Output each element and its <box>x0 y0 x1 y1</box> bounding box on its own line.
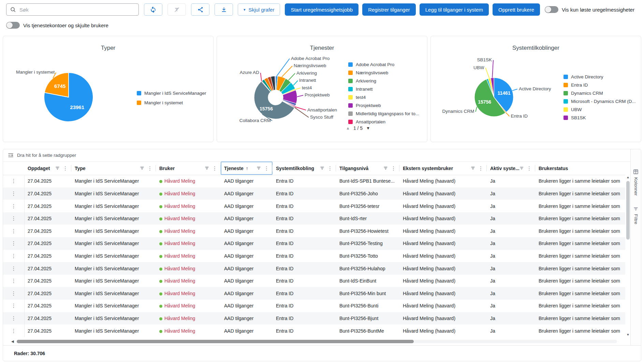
legend-item[interactable]: Arkivering <box>348 77 419 85</box>
scroll-up-icon[interactable]: ▲ <box>625 176 631 179</box>
horizontal-scrollbar-thumb[interactable] <box>17 340 414 343</box>
cell-bruker[interactable]: Håvard Meling <box>164 241 195 246</box>
column-menu-icon[interactable]: ⋮ <box>527 165 532 171</box>
table-row[interactable]: ⋮27.04.2025Mangler i IdS ServiceManagerH… <box>3 275 625 287</box>
column-header-Brukerstatus[interactable]: Brukerstatus <box>535 162 625 175</box>
table-row[interactable]: ⋮27.04.2025Mangler i IdS ServiceManagerH… <box>3 250 625 262</box>
row-menu-icon[interactable]: ⋮ <box>11 266 16 272</box>
row-menu-icon[interactable]: ⋮ <box>11 328 16 334</box>
column-header-Aktiv syste...[interactable]: Aktiv syste...⋮ <box>487 162 535 175</box>
legend-item[interactable]: Næringslivsweb <box>348 69 419 77</box>
column-menu-icon[interactable]: ⋮ <box>391 165 396 171</box>
legend-item[interactable]: Midlertidig tilgangspass for to... <box>348 109 419 118</box>
filter-icon[interactable] <box>55 166 60 170</box>
cell-bruker[interactable]: Håvard Meling <box>164 228 195 234</box>
cell-bruker[interactable]: Håvard Meling <box>164 328 195 334</box>
table-row[interactable]: ⋮27.04.2025Mangler i IdS ServiceManagerH… <box>3 200 625 212</box>
filter-icon[interactable] <box>320 166 324 170</box>
cell-bruker[interactable]: Håvard Meling <box>164 291 195 296</box>
table-row[interactable]: ⋮27.04.2025Mangler i IdS ServiceManagerH… <box>3 237 625 250</box>
table-row[interactable]: ⋮27.04.2025Mangler i IdS ServiceManagerH… <box>3 262 625 275</box>
legend-item[interactable]: Prosjektweb <box>348 101 419 109</box>
row-menu-icon[interactable]: ⋮ <box>11 278 16 284</box>
cell-bruker[interactable]: Håvard Meling <box>164 178 195 184</box>
filter-icon[interactable] <box>205 166 209 170</box>
column-header-Ekstern systembruker[interactable]: Ekstern systembruker⋮ <box>399 162 487 175</box>
table-row[interactable]: ⋮27.04.2025Mangler i IdS ServiceManagerH… <box>3 300 625 312</box>
cell-bruker[interactable]: Håvard Meling <box>164 203 195 209</box>
row-menu-icon[interactable]: ⋮ <box>11 240 16 246</box>
row-menu-icon[interactable]: ⋮ <box>11 303 16 309</box>
download-button[interactable] <box>215 3 233 16</box>
cell-bruker[interactable]: Håvard Meling <box>164 278 195 284</box>
row-menu-icon[interactable]: ⋮ <box>11 215 16 222</box>
pager-down-icon[interactable]: ▼ <box>366 126 370 131</box>
column-header-Tjeneste[interactable]: Tjeneste↑⋮ <box>221 162 273 175</box>
column-header-row-menu[interactable] <box>3 162 24 175</box>
legend-item[interactable]: Dynamics CRM <box>564 89 636 97</box>
table-row[interactable]: ⋮27.04.2025Mangler i IdS ServiceManagerH… <box>3 324 625 337</box>
legend-item[interactable]: Mangler i systemet <box>137 98 206 107</box>
sidebar-tab-kolonner[interactable]: Kolonner <box>631 169 641 196</box>
legend-item[interactable]: Mangler i IdS ServiceManager <box>137 88 206 98</box>
table-row[interactable]: ⋮27.04.2025Mangler i IdS ServiceManagerH… <box>3 212 625 225</box>
row-menu-icon[interactable]: ⋮ <box>11 228 16 234</box>
show-only-resolved-toggle[interactable] <box>545 6 558 13</box>
clear-filter-button[interactable] <box>167 3 186 16</box>
row-menu-icon[interactable]: ⋮ <box>11 315 16 321</box>
legend-item[interactable]: Ansattportalen <box>348 118 419 126</box>
column-menu-icon[interactable]: ⋮ <box>147 165 152 171</box>
filter-icon[interactable] <box>257 166 261 170</box>
row-menu-icon[interactable]: ⋮ <box>11 203 16 209</box>
column-menu-icon[interactable]: ⋮ <box>327 165 333 171</box>
cell-bruker[interactable]: Håvard Meling <box>164 191 195 196</box>
column-header-Systemtilkobling[interactable]: Systemtilkobling⋮ <box>273 162 336 175</box>
table-row[interactable]: ⋮27.04.2025Mangler i IdS ServiceManagerH… <box>3 287 625 300</box>
legend-item[interactable]: Intranett <box>348 85 419 93</box>
legend-item[interactable]: Adobe Acrobat Pro <box>348 60 419 69</box>
cell-bruker[interactable]: Håvard Meling <box>164 266 195 271</box>
column-menu-icon[interactable]: ⋮ <box>264 165 269 171</box>
cell-bruker[interactable]: Håvard Meling <box>164 316 195 321</box>
share-button[interactable] <box>191 3 209 16</box>
filter-icon[interactable] <box>383 166 388 170</box>
cell-bruker[interactable]: Håvard Meling <box>164 216 195 221</box>
legend-item[interactable]: Microsoft - Dynamics CRM (D... <box>564 97 636 105</box>
column-header-Type[interactable]: Type⋮ <box>71 162 156 175</box>
pager-up-icon[interactable]: ▲ <box>346 126 350 131</box>
hide-charts-button[interactable]: ▾ Skjul grafer <box>238 3 280 16</box>
column-menu-icon[interactable]: ⋮ <box>212 165 217 171</box>
scroll-down-icon[interactable]: ▼ <box>625 333 631 336</box>
row-menu-icon[interactable]: ⋮ <box>11 290 16 297</box>
column-header-Bruker[interactable]: Bruker⋮ <box>156 162 221 175</box>
legend-item[interactable]: test4 <box>348 93 419 101</box>
register-access-button[interactable]: Registrer tilganger <box>362 3 416 16</box>
create-users-button[interactable]: Opprett brukere <box>493 3 540 16</box>
column-header-Tilgangsnivå[interactable]: Tilgangsnivå⋮ <box>336 162 399 175</box>
filter-icon[interactable] <box>519 166 524 170</box>
column-menu-icon[interactable]: ⋮ <box>478 165 483 171</box>
row-menu-icon[interactable]: ⋮ <box>11 191 16 197</box>
start-irregularity-job-button[interactable]: Start uregelmessighetsjobb <box>285 3 358 16</box>
refresh-button[interactable] <box>144 3 162 16</box>
vertical-scrollbar-thumb[interactable] <box>626 181 630 240</box>
filter-icon[interactable] <box>140 166 144 170</box>
filter-icon[interactable] <box>471 166 475 170</box>
table-row[interactable]: ⋮27.04.2025Mangler i IdS ServiceManagerH… <box>3 175 625 187</box>
scroll-left-icon[interactable]: ◀ <box>11 339 14 343</box>
table-row[interactable]: ⋮27.04.2025Mangler i IdS ServiceManagerH… <box>3 187 625 200</box>
search-input[interactable] <box>19 6 135 13</box>
column-header-Oppdaget[interactable]: Oppdaget⋮ <box>24 162 71 175</box>
legend-item[interactable]: UBW <box>564 105 636 113</box>
row-group-drop-zone[interactable]: Dra hit for å sette radgrupper <box>3 149 641 162</box>
add-access-in-system-button[interactable]: Legg til tilganger i system <box>420 3 489 16</box>
sidebar-tab-filtre[interactable]: Filtre <box>631 207 641 224</box>
cell-bruker[interactable]: Håvard Meling <box>164 253 195 259</box>
table-row[interactable]: ⋮27.04.2025Mangler i IdS ServiceManagerH… <box>3 225 625 237</box>
show-service-accounts-toggle[interactable] <box>6 22 20 29</box>
cell-bruker[interactable]: Håvard Meling <box>164 303 195 308</box>
legend-item[interactable]: SB1SK <box>564 113 636 122</box>
column-menu-icon[interactable]: ⋮ <box>63 165 68 171</box>
row-menu-icon[interactable]: ⋮ <box>11 178 16 184</box>
row-menu-icon[interactable]: ⋮ <box>11 253 16 259</box>
